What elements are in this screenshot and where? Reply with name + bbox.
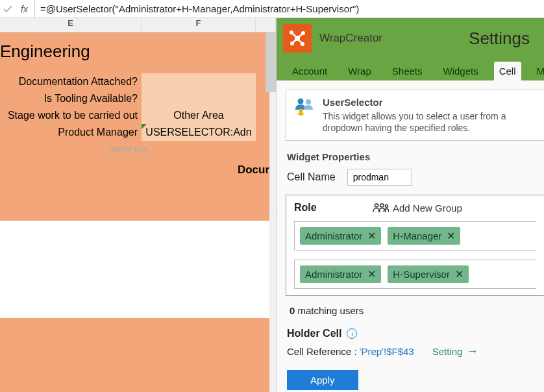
app-name: WrapCreator: [319, 32, 382, 45]
svg-point-8: [380, 204, 384, 207]
role-label: Role: [294, 202, 372, 214]
role-box: Role Add New Group Administrator✕ H-Mana…: [286, 195, 544, 296]
role-chip: Administrator✕: [300, 265, 381, 283]
cell-reference-value[interactable]: 'Prep'!$F$43: [360, 346, 414, 357]
tab-sheets[interactable]: Sheets: [387, 62, 428, 80]
formula-bar: fx =@UserSelector("Administrator+H-Manag…: [0, 0, 544, 18]
widget-description: This widget allows you to select a user …: [323, 110, 536, 134]
chip-label: Administrator: [305, 230, 362, 241]
column-header-f[interactable]: F: [142, 18, 256, 32]
arrow-right-icon: →: [466, 345, 478, 358]
role-group-row[interactable]: Administrator✕ H-Manager✕: [294, 221, 536, 251]
column-header-e[interactable]: E: [0, 18, 142, 32]
row-label: Product Manager: [0, 127, 142, 138]
role-chip: H-Supervisor✕: [388, 265, 469, 283]
matching-users: 0 matching users: [290, 305, 544, 316]
svg-point-6: [306, 99, 311, 104]
blank-region: [0, 221, 274, 318]
widget-name: UserSelector: [323, 97, 536, 108]
tab-wrap[interactable]: Wrap: [343, 62, 377, 80]
tab-account[interactable]: Account: [287, 62, 332, 80]
cell-reference-label: Cell Reference :: [287, 346, 357, 357]
svg-point-5: [298, 99, 304, 104]
row-label: Is Tooling Available?: [0, 93, 142, 104]
column-headers: E F: [0, 18, 276, 32]
row-value[interactable]: Other Area: [142, 107, 256, 124]
people-group-icon: [372, 202, 389, 214]
row-label: Documentation Attached?: [0, 76, 142, 88]
settings-panel: WrapCreator Settings Account Wrap Sheets…: [277, 18, 544, 392]
docur-label: Docur: [0, 164, 276, 177]
matching-count: 0: [290, 305, 295, 316]
row-value[interactable]: [142, 73, 256, 90]
chip-label: H-Manager: [393, 230, 441, 241]
tab-cell[interactable]: Cell: [494, 62, 521, 80]
sheet-row[interactable]: Stage work to be carried out Other Area: [0, 107, 276, 124]
row-label: Stage work to be carried out: [0, 110, 142, 121]
cell-error-triangle-icon: [142, 124, 147, 129]
tab-messages[interactable]: Messages: [532, 62, 544, 80]
add-new-group-label: Add New Group: [393, 202, 462, 214]
setting-link[interactable]: Setting →: [432, 345, 478, 358]
holder-cell-title: Holder Cell i: [287, 328, 544, 339]
chip-label: H-Supervisor: [393, 269, 450, 280]
apply-button[interactable]: Apply: [287, 370, 358, 390]
cell-name-label: Cell Name: [287, 171, 336, 183]
page-title: Settings: [469, 29, 530, 49]
chip-remove-icon[interactable]: ✕: [455, 268, 464, 280]
userselector-icon: [294, 97, 315, 134]
ghost-value: JaneDoe: [0, 141, 256, 154]
sheet-area: E F Engineering Documentation Attached? …: [0, 18, 277, 392]
svg-point-7: [375, 204, 378, 207]
role-group-row[interactable]: Administrator✕ H-Supervisor✕: [294, 260, 536, 289]
cell-text: USERSELECTOR:Adn: [145, 127, 251, 138]
scrollbar-thumb[interactable]: [266, 32, 276, 92]
sheet-row[interactable]: Documentation Attached?: [0, 73, 276, 90]
role-chip: H-Manager✕: [388, 227, 460, 245]
holder-cell-label: Holder Cell: [287, 328, 341, 339]
svg-point-9: [386, 205, 388, 208]
fx-label[interactable]: fx: [18, 0, 35, 18]
add-new-group-button[interactable]: Add New Group: [372, 202, 462, 214]
setting-link-label: Setting: [432, 346, 463, 357]
chip-label: Administrator: [305, 269, 362, 280]
sheet-title[interactable]: Engineering: [0, 32, 276, 73]
info-icon[interactable]: i: [347, 328, 357, 339]
chip-remove-icon[interactable]: ✕: [367, 230, 376, 242]
row-value-userselector[interactable]: USERSELECTOR:Adn: [142, 124, 256, 141]
matching-text: matching users: [298, 305, 364, 316]
cell-name-input[interactable]: [347, 169, 412, 186]
row-value[interactable]: [142, 90, 256, 107]
widget-info-box: UserSelector This widget allows you to s…: [286, 90, 544, 141]
chip-remove-icon[interactable]: ✕: [367, 268, 376, 280]
check-icon[interactable]: [3, 4, 13, 14]
formula-input[interactable]: =@UserSelector("Administrator+H-Manager,…: [35, 0, 544, 18]
sheet-row[interactable]: Product Manager USERSELECTOR:Adn: [0, 124, 276, 141]
widget-properties-title: Widget Properties: [287, 151, 544, 162]
panel-header: WrapCreator Settings: [277, 18, 544, 58]
sheet-row[interactable]: Is Tooling Available?: [0, 90, 276, 107]
role-chip: Administrator✕: [300, 227, 381, 245]
chip-remove-icon[interactable]: ✕: [447, 230, 455, 242]
app-logo-icon: [283, 24, 312, 53]
tabs: Account Wrap Sheets Widgets Cell Message…: [277, 58, 544, 80]
tab-widgets[interactable]: Widgets: [438, 62, 483, 80]
